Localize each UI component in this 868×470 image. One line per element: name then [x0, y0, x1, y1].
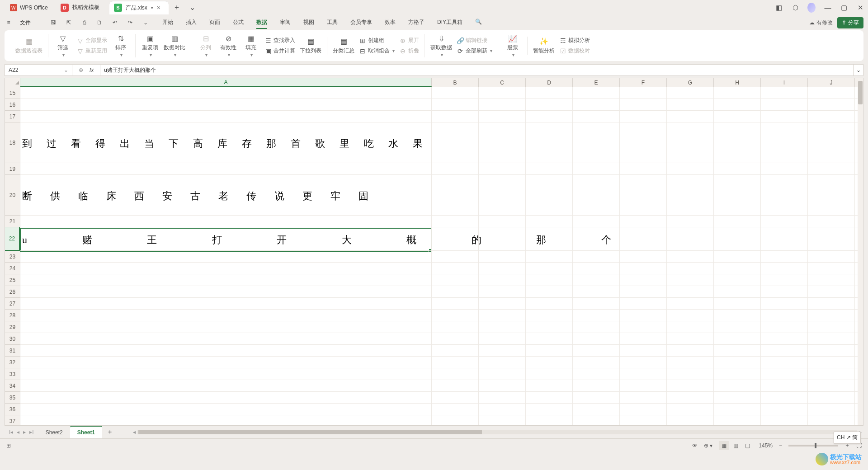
zoom-out-button[interactable]: −	[779, 442, 782, 449]
view-normal[interactable]: ▦	[719, 441, 729, 450]
row-header-30[interactable]: 30	[5, 333, 20, 345]
save-icon[interactable]: 🖫	[49, 19, 57, 27]
collapse-button[interactable]: ⊖折叠	[399, 47, 419, 55]
smart-analysis-button[interactable]: ✨智能分析	[533, 37, 555, 55]
col-header-E[interactable]: E	[573, 78, 620, 87]
view-page[interactable]: ▥	[731, 441, 741, 450]
eye-icon[interactable]: 👁	[692, 442, 698, 449]
panel-icon[interactable]: ◧	[775, 4, 783, 12]
avatar[interactable]	[807, 3, 816, 13]
duplicate-button[interactable]: ▣重复项	[141, 34, 159, 57]
redo-icon[interactable]: ↷	[126, 19, 134, 27]
undo-icon[interactable]: ↶	[111, 19, 119, 27]
row-header-28[interactable]: 28	[5, 310, 20, 321]
row-header-22[interactable]: 22	[5, 227, 20, 251]
zoom-value[interactable]: 145%	[759, 442, 773, 449]
row-header-29[interactable]: 29	[5, 321, 20, 333]
zoom-formula-icon[interactable]: ⊕	[79, 67, 83, 73]
tab-data[interactable]: 数据	[256, 17, 267, 29]
sheet-nav-next[interactable]: ▸	[23, 429, 26, 435]
col-header-G[interactable]: G	[667, 78, 714, 87]
has-changes-indicator[interactable]: ☁有修改	[809, 19, 833, 27]
search-icon[interactable]: 🔍	[475, 17, 482, 29]
row-header-36[interactable]: 36	[5, 404, 20, 415]
sheet-nav-last[interactable]: ▸I	[29, 429, 33, 435]
row-header-31[interactable]: 31	[5, 345, 20, 357]
show-all-button[interactable]: ▽全部显示	[76, 37, 107, 44]
view-reading[interactable]: ▢	[742, 441, 752, 450]
tab-efficiency[interactable]: 效率	[385, 17, 396, 29]
row-header-26[interactable]: 26	[5, 286, 20, 298]
cell-a20[interactable]: 断供临床西安古老传说更牢固	[21, 176, 387, 216]
pivot-table-button[interactable]: ▦数据透视表	[15, 37, 42, 55]
row-header-25[interactable]: 25	[5, 274, 20, 286]
row-header-15[interactable]: 15	[5, 87, 20, 99]
hscroll-left[interactable]: ◂	[131, 429, 137, 435]
subtotal-button[interactable]: ▤分类汇总	[333, 37, 354, 55]
row-header-34[interactable]: 34	[5, 380, 20, 392]
maximize-button[interactable]: ▢	[840, 4, 848, 12]
row-header-37[interactable]: 37	[5, 415, 20, 426]
col-header-F[interactable]: F	[620, 78, 667, 87]
file-menu[interactable]: 文件	[20, 19, 31, 27]
sheet-nav-first[interactable]: I◂	[9, 429, 13, 435]
col-header-B[interactable]: B	[432, 78, 479, 87]
sheet-nav[interactable]: I◂ ◂ ▸ ▸I	[5, 429, 38, 435]
row-header-35[interactable]: 35	[5, 392, 20, 404]
status-mode-icon[interactable]: ⊞	[6, 442, 11, 449]
select-all-corner[interactable]	[5, 78, 20, 87]
split-button[interactable]: ⊟分列	[197, 34, 215, 57]
column-headers[interactable]: ABCDEFGHIJ	[20, 78, 858, 87]
tab-formula[interactable]: 公式	[233, 17, 244, 29]
formula-input[interactable]: u赌王打开大概的那个	[100, 64, 854, 76]
chevron-down-icon[interactable]: ⌄	[64, 67, 68, 73]
row-header-33[interactable]: 33	[5, 368, 20, 380]
row-header-20[interactable]: 20	[5, 175, 20, 216]
tab-member[interactable]: 会员专享	[350, 17, 372, 29]
col-header-H[interactable]: H	[714, 78, 761, 87]
cube-icon[interactable]: ⬡	[791, 4, 799, 12]
group-button[interactable]: ⊞创建组	[359, 37, 395, 44]
name-box[interactable]: A22 ⌄	[5, 64, 72, 76]
sort-button[interactable]: ⇅排序	[112, 34, 130, 57]
col-header-D[interactable]: D	[526, 78, 573, 87]
spreadsheet-grid[interactable]: ABCDEFGHIJ 15161718192021222324252627282…	[5, 78, 863, 426]
sheet-tab-sheet2[interactable]: Sheet2	[38, 427, 70, 438]
cell-a18[interactable]: 到过看得出当下高库存那首歌里吃水果	[21, 123, 437, 164]
reapply-button[interactable]: ▽重新应用	[76, 47, 107, 55]
row-headers[interactable]: 1516171819202122232425262728293031323334…	[5, 87, 20, 425]
export-icon[interactable]: ⇱	[65, 19, 73, 27]
tab-diy[interactable]: DIY工具箱	[437, 17, 462, 29]
tab-review[interactable]: 审阅	[280, 17, 291, 29]
col-header-I[interactable]: I	[761, 78, 808, 87]
row-header-16[interactable]: 16	[5, 99, 20, 111]
row-header-21[interactable]: 21	[5, 216, 20, 227]
minimize-button[interactable]: —	[824, 4, 832, 11]
file-tab-active[interactable]: S 产品.xlsx • ×	[109, 1, 169, 14]
add-sheet-button[interactable]: ＋	[102, 428, 118, 436]
row-header-18[interactable]: 18	[5, 122, 20, 163]
ungroup-button[interactable]: ⊟取消组合	[359, 47, 395, 55]
horizontal-scrollbar[interactable]: ◂ ▸	[118, 429, 863, 435]
col-header-C[interactable]: C	[479, 78, 526, 87]
cells-area[interactable]: 到过看得出当下高库存那首歌里吃水果 断供临床西安古老传说更牢固 u 赌 王 打 …	[20, 87, 858, 425]
vscroll-thumb[interactable]	[858, 81, 863, 104]
fx-label[interactable]: fx	[90, 67, 94, 73]
close-tab[interactable]: ×	[157, 4, 160, 11]
validity-button[interactable]: ⊘有效性	[219, 34, 237, 57]
preview-icon[interactable]: 🗋	[95, 19, 104, 27]
zoom-slider[interactable]	[788, 445, 838, 446]
tab-insert[interactable]: 插入	[186, 17, 197, 29]
refresh-all-button[interactable]: ⟳全部刷新	[457, 47, 492, 55]
tab-start[interactable]: 开始	[162, 17, 173, 29]
merge-calc-button[interactable]: ▣合并计算	[264, 47, 295, 55]
row-header-24[interactable]: 24	[5, 263, 20, 274]
edit-link-button[interactable]: 🔗编辑链接	[457, 37, 492, 44]
close-window-button[interactable]: ✕	[856, 4, 864, 12]
sheet-nav-prev[interactable]: ◂	[17, 429, 19, 435]
tab-fangezi[interactable]: 方格子	[408, 17, 425, 29]
sim-analysis-button[interactable]: ☶模拟分析	[559, 37, 590, 44]
tab-view[interactable]: 视图	[303, 17, 314, 29]
expand-formula-button[interactable]: ⌄	[854, 64, 863, 76]
stocks-button[interactable]: 📈股票	[504, 34, 522, 57]
